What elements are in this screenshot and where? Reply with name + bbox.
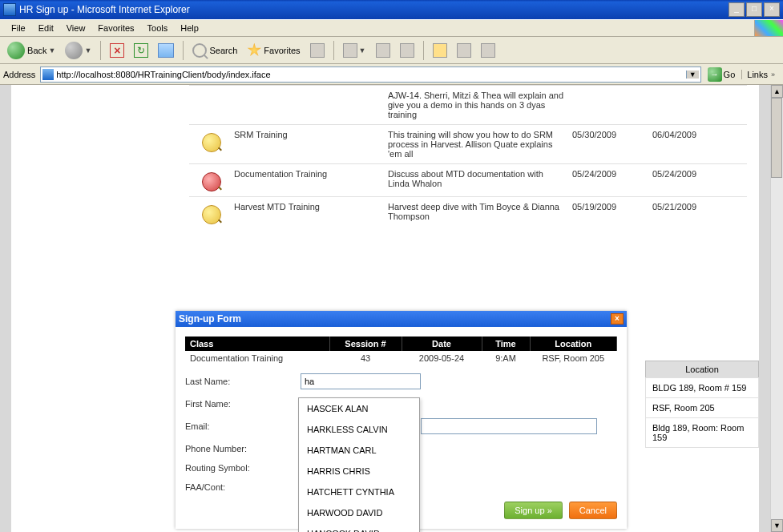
autocomplete-item[interactable]: HATCHETT CYNTHIA	[299, 482, 419, 502]
minimize-button[interactable]: _	[729, 2, 745, 17]
cancel-button[interactable]: Cancel	[569, 502, 617, 519]
menu-edit[interactable]: Edit	[32, 22, 60, 34]
scroll-up-button[interactable]: ▲	[771, 85, 783, 98]
label-faa: FAA/Cont:	[185, 482, 301, 492]
magnifier-icon[interactable]	[202, 205, 221, 224]
autocomplete-item[interactable]: HARTMAN CARL	[299, 440, 419, 461]
history-icon	[310, 43, 325, 58]
menu-bar: File Edit View Favorites Tools Help	[0, 19, 783, 37]
menu-file[interactable]: File	[5, 22, 32, 34]
history-button[interactable]	[306, 41, 329, 60]
label-lastname: Last Name:	[185, 377, 301, 386]
td-date: 2009-05-24	[402, 351, 482, 365]
vertical-scrollbar[interactable]: ▲ ▼	[770, 85, 783, 532]
address-bar: Address ▼ →Go Links»	[0, 64, 783, 85]
menu-favorites[interactable]: Favorites	[91, 22, 140, 34]
autocomplete-item[interactable]: HARKLESS CALVIN	[299, 419, 419, 440]
print-button[interactable]	[372, 41, 394, 60]
toolbar: Back▼ ▼ × ↻ Search Favorites ▼	[0, 37, 783, 64]
address-input[interactable]	[56, 70, 685, 79]
maximize-button[interactable]: □	[746, 2, 762, 17]
table-row[interactable]: Harvest MTD Training Harvest deep dive w…	[189, 196, 747, 229]
scroll-down-button[interactable]: ▼	[771, 519, 783, 532]
th-time: Time	[482, 337, 530, 351]
th-date: Date	[402, 337, 482, 351]
menu-view[interactable]: View	[60, 22, 92, 34]
windows-flag-icon	[754, 20, 783, 36]
scroll-thumb[interactable]	[771, 98, 782, 178]
go-button[interactable]: →Go	[704, 66, 739, 83]
print-icon	[376, 43, 390, 58]
back-icon	[7, 42, 25, 59]
star-icon	[247, 43, 261, 58]
folder-button[interactable]	[429, 41, 451, 60]
td-session: 43	[329, 351, 402, 365]
links-toolbar[interactable]: Links»	[741, 70, 780, 79]
address-input-wrap: ▼	[40, 66, 700, 83]
ie-icon	[3, 3, 16, 16]
research-button[interactable]	[453, 41, 475, 60]
back-button[interactable]: Back▼	[3, 39, 59, 62]
autocomplete-item[interactable]: HANCOCK DAVID	[299, 523, 419, 532]
messenger-button[interactable]	[477, 41, 499, 60]
messenger-icon	[481, 43, 495, 58]
refresh-icon: ↻	[134, 43, 148, 58]
table-row[interactable]: Documentation Training Discuss about MTD…	[189, 163, 747, 196]
modal-title: Sign-up Form	[179, 313, 241, 324]
signup-button[interactable]: Sign up »	[504, 502, 562, 519]
location-cell: BLDG 189, Room # 159	[645, 377, 759, 398]
folder-icon	[433, 43, 447, 58]
location-cell: Bldg 189, Room: Room 159	[645, 417, 759, 448]
class-info-table: Class Session # Date Time Location Docum…	[185, 337, 617, 365]
menu-tools[interactable]: Tools	[141, 22, 175, 34]
favorites-button[interactable]: Favorites	[243, 41, 304, 60]
lastname-input[interactable]	[301, 373, 421, 389]
autocomplete-item[interactable]: HARWOOD DAVID	[299, 502, 419, 523]
stop-button[interactable]: ×	[106, 41, 128, 60]
table-row: AJW-14. Sherri, Mitzi & Thea will explai…	[189, 85, 747, 124]
td-time: 9:AM	[482, 351, 530, 365]
close-window-button[interactable]: ×	[764, 2, 780, 17]
content-area: AJW-14. Sherri, Mitzi & Thea will explai…	[0, 85, 783, 532]
label-phone: Phone Number:	[185, 444, 301, 453]
window-title: HR Sign up - Microsoft Internet Explorer	[19, 4, 190, 15]
menu-help[interactable]: Help	[174, 22, 205, 34]
address-dropdown-button[interactable]: ▼	[686, 71, 699, 79]
autocomplete-dropdown: HASCEK ALAN HARKLESS CALVIN HARTMAN CARL…	[298, 397, 420, 532]
home-button[interactable]	[154, 41, 178, 60]
refresh-button[interactable]: ↻	[130, 41, 152, 60]
magnifier-icon[interactable]	[202, 172, 221, 191]
modal-titlebar: Sign-up Form ×	[176, 311, 627, 327]
stop-icon: ×	[110, 43, 124, 58]
mail-button[interactable]: ▼	[339, 41, 370, 60]
autocomplete-item[interactable]: HARRIS CHRIS	[299, 461, 419, 482]
autocomplete-item[interactable]: HASCEK ALAN	[299, 398, 419, 419]
search-icon	[192, 43, 207, 58]
mail-icon	[343, 43, 357, 58]
research-icon	[457, 43, 471, 58]
search-button[interactable]: Search	[188, 41, 241, 60]
window-buttons: _ □ ×	[727, 2, 780, 17]
forward-icon	[65, 42, 83, 59]
table-row[interactable]: SRM Training This training will show you…	[189, 124, 747, 163]
home-icon	[158, 43, 174, 58]
edit-page-button[interactable]	[396, 41, 418, 60]
label-firstname: First Name:	[185, 399, 301, 409]
magnifier-icon[interactable]	[202, 133, 221, 152]
label-routing: Routing Symbol:	[185, 463, 301, 473]
modal-close-button[interactable]: ×	[611, 313, 624, 324]
go-icon: →	[708, 67, 722, 82]
page-icon	[42, 69, 54, 80]
location-header: Location	[645, 361, 759, 378]
forward-button[interactable]: ▼	[61, 39, 95, 62]
label-email: Email:	[185, 421, 301, 431]
address-label: Address	[3, 70, 35, 79]
td-class: Documentation Training	[185, 351, 329, 365]
email-input[interactable]	[421, 418, 597, 434]
th-class: Class	[185, 337, 329, 351]
location-cell: RSF, Room 205	[645, 397, 759, 418]
location-column: Location BLDG 189, Room # 159 RSF, Room …	[645, 361, 759, 447]
training-list: AJW-14. Sherri, Mitzi & Thea will explai…	[189, 85, 747, 229]
th-session: Session #	[329, 337, 402, 351]
edit-page-icon	[400, 43, 414, 58]
